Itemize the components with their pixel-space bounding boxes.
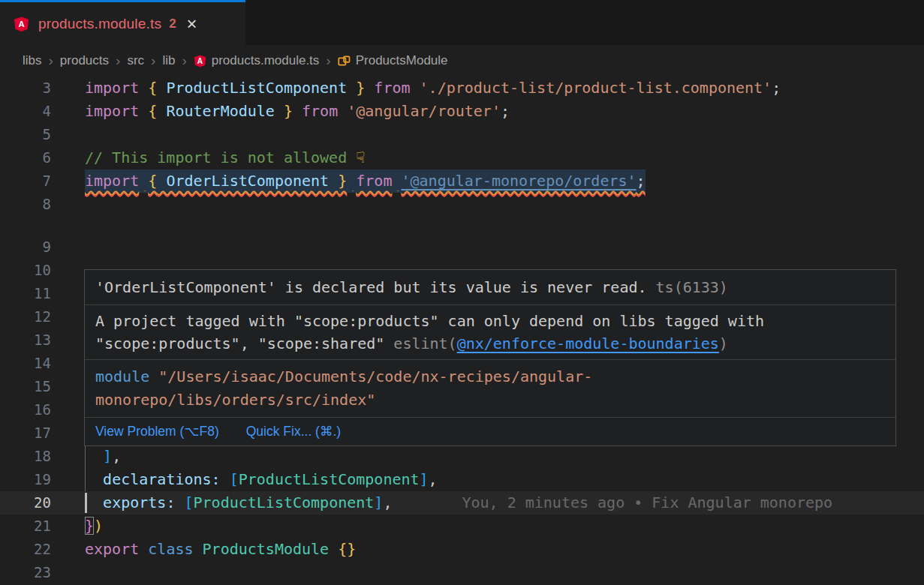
line-content[interactable]: export class ProductsModule {} — [85, 538, 924, 561]
token: ) — [94, 517, 103, 535]
token: ; — [637, 172, 646, 190]
line-content[interactable]: declarations: [ProductListComponent], — [85, 468, 924, 491]
hover-message-1: A project tagged with "scope:products" c… — [85, 304, 895, 359]
error-highlight-range: import { OrderListComponent } from '@ang… — [85, 170, 646, 193]
hover-message-2: module "/Users/isaac/Documents/code/nx-r… — [85, 359, 895, 417]
text-cursor — [85, 493, 87, 513]
code-line-6: 6// This import is not allowed ☟ — [0, 146, 924, 170]
line-number[interactable]: 17 — [0, 422, 85, 445]
line-number[interactable]: 8 — [0, 193, 85, 216]
line-number[interactable]: 23 — [0, 561, 85, 584]
token: {} — [338, 540, 356, 558]
breadcrumb-item-products-module-ts[interactable]: Aproducts.module.ts — [194, 53, 320, 68]
line-number[interactable]: 20 — [0, 491, 85, 514]
eslint-rule-link[interactable]: @nx/enforce-module-boundaries — [457, 334, 719, 352]
token: ] — [374, 494, 383, 512]
token — [338, 102, 347, 120]
hover-action-quick[interactable]: Quick Fix... (⌘.) — [246, 424, 341, 440]
token: { — [148, 79, 157, 97]
token: import — [85, 102, 139, 120]
token: } — [338, 172, 347, 190]
breadcrumb-label: products — [60, 53, 109, 68]
line-number[interactable]: 13 — [0, 328, 85, 352]
line-content[interactable]: import { OrderListComponent } from '@ang… — [85, 170, 924, 193]
line-content[interactable] — [85, 561, 924, 584]
line-number[interactable]: 5 — [0, 123, 85, 146]
line-number[interactable]: 16 — [0, 398, 85, 422]
close-icon[interactable]: × — [187, 15, 197, 33]
indent-guide — [85, 445, 86, 468]
line-number[interactable]: 15 — [0, 375, 85, 398]
hover-status-bar: View Problem (⌥F8)Quick Fix... (⌘.) — [85, 417, 895, 446]
line-number[interactable]: 18 — [0, 445, 85, 468]
hover-message-line: "scope:products", "scope:shared" eslint(… — [95, 332, 885, 355]
breadcrumb-label: lib — [162, 53, 175, 68]
line-content[interactable] — [85, 193, 924, 216]
hover-message-0: 'OrderListComponent' is declared but its… — [85, 270, 895, 304]
line-content[interactable]: exports: [ProductListComponent],You, 2 m… — [85, 491, 924, 514]
token: from — [374, 79, 410, 97]
line-content[interactable] — [85, 123, 924, 146]
breadcrumb-item-productsmodule[interactable]: ProductsModule — [338, 53, 448, 68]
line-number[interactable]: 22 — [0, 538, 85, 561]
breadcrumb-item-lib[interactable]: lib — [162, 53, 175, 68]
token — [85, 447, 103, 465]
line-number[interactable]: 12 — [0, 305, 85, 328]
breadcrumb-item-products[interactable]: products — [60, 53, 109, 68]
tab-products-module[interactable]: A products.module.ts 2 × — [0, 0, 245, 45]
line-number[interactable]: 4 — [0, 100, 85, 123]
token: declarations: — [103, 470, 221, 488]
hover-message-line: A project tagged with "scope:products" c… — [95, 310, 885, 332]
line-number[interactable]: 7 — [0, 170, 85, 193]
line-number[interactable]: 6 — [0, 146, 85, 170]
token — [365, 79, 374, 97]
token: [ — [230, 470, 239, 488]
code-line-7: 7import { OrderListComponent } from '@an… — [0, 170, 924, 193]
line-content[interactable]: }) — [85, 514, 924, 538]
token: [ — [184, 494, 193, 512]
line-content[interactable] — [85, 236, 924, 259]
tab-title: products.module.ts — [38, 16, 161, 32]
token: ☟ — [356, 148, 365, 166]
token: ] — [420, 470, 429, 488]
line-content[interactable]: import { RouterModule } from '@angular/r… — [85, 100, 924, 123]
token — [139, 79, 148, 97]
tab-bar: A products.module.ts 2 × — [0, 0, 924, 45]
tab-problem-count-badge: 2 — [169, 16, 176, 32]
vscode-window: A products.module.ts 2 × libs›products›s… — [0, 0, 924, 585]
line-content[interactable]: ], — [85, 445, 924, 468]
token: ProductListComponent — [194, 494, 375, 512]
hover-text: 'OrderListComponent' is declared but its… — [95, 278, 647, 296]
line-number[interactable]: 3 — [0, 76, 85, 100]
hover-message-line: module "/Users/isaac/Documents/code/nx-r… — [95, 365, 885, 388]
breadcrumb: libs›products›src›lib›Aproducts.module.t… — [0, 45, 924, 76]
line-content[interactable]: // This import is not allowed ☟ — [85, 146, 924, 170]
code-line-20: 20 exports: [ProductListComponent],You, … — [0, 491, 924, 514]
line-content[interactable]: import { ProductListComponent } from './… — [85, 76, 924, 100]
line-number[interactable]: 11 — [0, 282, 85, 305]
hover-text: A project tagged with "scope:products" c… — [95, 312, 764, 330]
token — [175, 494, 184, 512]
line-number[interactable]: 14 — [0, 352, 85, 375]
token: , — [429, 470, 438, 488]
token — [139, 102, 148, 120]
line-number[interactable]: 21 — [0, 514, 85, 538]
code-line-19: 19 declarations: [ProductListComponent], — [0, 468, 924, 491]
hover-action-view[interactable]: View Problem (⌥F8) — [95, 424, 219, 440]
code-line-4: 4import { RouterModule } from '@angular/… — [0, 100, 924, 123]
line-number[interactable]: 9 — [0, 236, 85, 259]
line-number[interactable]: 19 — [0, 468, 85, 491]
token: from — [302, 102, 338, 120]
token: ProductListComponent — [239, 470, 420, 488]
line-number[interactable]: 10 — [0, 259, 85, 282]
breadcrumb-separator: › — [151, 52, 155, 69]
token: } — [284, 102, 293, 120]
token: '@angular/router' — [347, 102, 501, 120]
code-editor: 3import { ProductListComponent } from '.… — [0, 76, 924, 584]
breadcrumb-item-src[interactable]: src — [127, 53, 144, 68]
token: { — [148, 102, 157, 120]
breadcrumb-item-libs[interactable]: libs — [23, 53, 42, 68]
token: OrderListComponent — [157, 172, 338, 190]
code-line-18: 18 ], — [0, 445, 924, 468]
code-line-23: 23 — [0, 561, 924, 584]
